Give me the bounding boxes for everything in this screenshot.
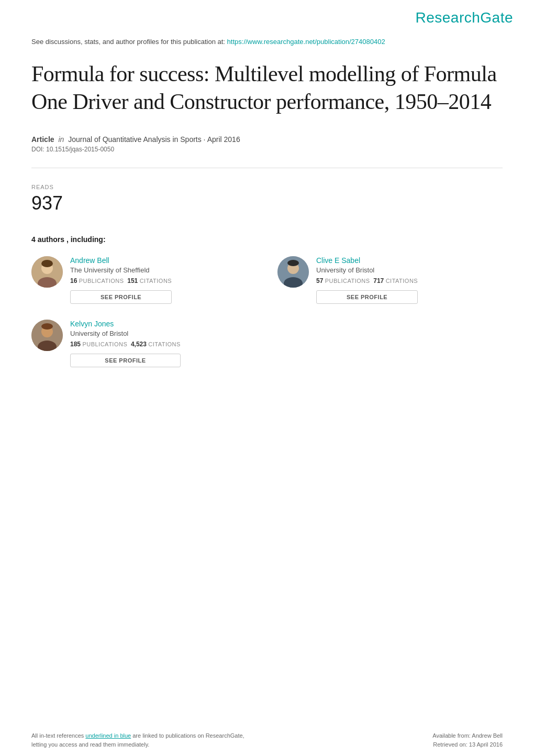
page-container: ResearchGate See discussions, stats, and…: [0, 0, 534, 756]
author-university-kelvyn: University of Bristol: [70, 330, 181, 337]
top-notice-text: See discussions, stats, and author profi…: [31, 38, 227, 46]
publication-link[interactable]: https://www.researchgate.net/publication…: [227, 38, 385, 46]
researchgate-logo: ResearchGate: [415, 9, 513, 26]
author-university-andrew: The University of Sheffield: [70, 266, 172, 274]
author-info-clive: Clive E Sabel University of Bristol 57 P…: [316, 256, 418, 304]
authors-suffix: , including:: [66, 235, 106, 244]
page-footer: All in-text references underlined in blu…: [0, 724, 534, 756]
footer-text-before: All in-text references: [31, 732, 85, 739]
stats-section: READS 937: [0, 179, 534, 220]
footer-retrieved-on: Retrieved on: 13 April 2016: [432, 740, 503, 749]
header: ResearchGate: [0, 0, 534, 31]
meta-type-journal: Article in Journal of Quantitative Analy…: [31, 135, 503, 144]
authors-grid: Andrew Bell The University of Sheffield …: [31, 256, 503, 367]
author-name-kelvyn[interactable]: Kelvyn Jones: [70, 320, 181, 328]
authors-heading: 4 authors , including:: [31, 235, 503, 244]
article-title: Formula for success: Multilevel modellin…: [31, 60, 503, 115]
svg-point-3: [41, 260, 53, 267]
see-profile-kelvyn[interactable]: SEE PROFILE: [70, 354, 181, 367]
article-type: Article: [31, 135, 54, 144]
reads-label: READS: [31, 184, 503, 190]
author-stats-kelvyn: 185 PUBLICATIONS 4,523 CITATIONS: [70, 341, 181, 348]
top-notice: See discussions, stats, and author profi…: [0, 31, 534, 50]
author-stats-clive: 57 PUBLICATIONS 717 CITATIONS: [316, 277, 418, 284]
author-info-andrew: Andrew Bell The University of Sheffield …: [70, 256, 172, 304]
section-divider: [31, 168, 503, 168]
svg-point-11: [41, 323, 53, 330]
author-stats-andrew: 16 PUBLICATIONS 151 CITATIONS: [70, 277, 172, 284]
author-university-clive: University of Bristol: [316, 266, 418, 274]
footer-available-from: Available from: Andrew Bell: [432, 731, 503, 740]
author-card-andrew: Andrew Bell The University of Sheffield …: [31, 256, 257, 304]
title-area: Formula for success: Multilevel modellin…: [0, 50, 534, 126]
authors-label-text: authors: [38, 235, 64, 244]
avatar-andrew: [31, 256, 63, 288]
see-profile-clive[interactable]: SEE PROFILE: [316, 290, 418, 304]
author-name-clive[interactable]: Clive E Sabel: [316, 256, 418, 265]
author-info-kelvyn: Kelvyn Jones University of Bristol 185 P…: [70, 320, 181, 367]
in-text: in: [58, 135, 64, 144]
footer-underlined-link[interactable]: underlined in blue: [85, 732, 131, 739]
author-name-andrew[interactable]: Andrew Bell: [70, 256, 172, 265]
doi-line: DOI: 10.1515/jqas-2015-0050: [31, 146, 503, 153]
authors-count: 4: [31, 235, 36, 244]
footer-right: Available from: Andrew Bell Retrieved on…: [432, 731, 503, 749]
article-meta: Article in Journal of Quantitative Analy…: [0, 126, 534, 157]
avatar-clive: [277, 256, 309, 288]
author-card-clive: Clive E Sabel University of Bristol 57 P…: [277, 256, 503, 304]
authors-section: 4 authors , including:: [0, 220, 534, 378]
svg-point-7: [287, 260, 299, 266]
journal-name: Journal of Quantitative Analysis in Spor…: [68, 135, 240, 144]
author-card-kelvyn: Kelvyn Jones University of Bristol 185 P…: [31, 320, 257, 367]
see-profile-andrew[interactable]: SEE PROFILE: [70, 290, 172, 304]
avatar-kelvyn: [31, 320, 63, 351]
footer-left: All in-text references underlined in blu…: [31, 731, 244, 749]
reads-value: 937: [31, 192, 503, 214]
